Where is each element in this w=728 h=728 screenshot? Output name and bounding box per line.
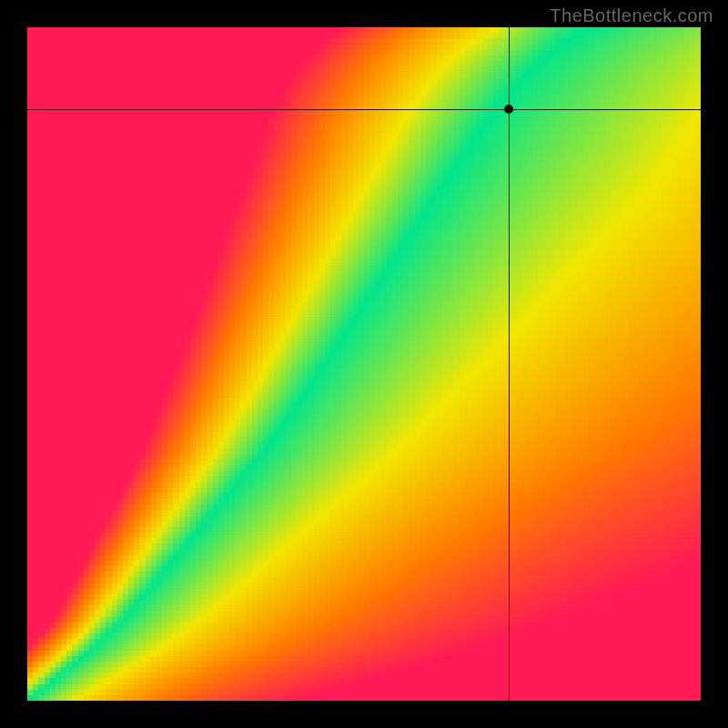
heatmap-plot-area — [27, 27, 701, 701]
watermark-text: TheBottleneck.com — [550, 5, 713, 26]
crosshair-vertical — [509, 27, 510, 701]
heatmap-canvas — [27, 27, 701, 701]
chart-stage: TheBottleneck.com — [0, 0, 728, 728]
crosshair-horizontal — [27, 109, 701, 110]
